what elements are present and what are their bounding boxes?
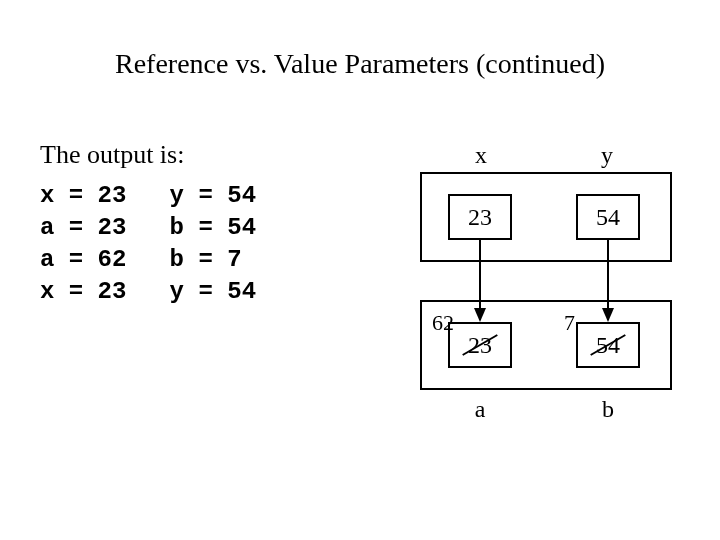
slide-title: Reference vs. Value Parameters (continue… [0,48,720,80]
slide: Reference vs. Value Parameters (continue… [0,0,720,540]
output-line-4: x = 23 y = 54 [40,278,256,305]
program-output-block: x = 23 y = 54 a = 23 b = 54 a = 62 b = 7… [40,180,256,308]
output-line-1: x = 23 y = 54 [40,182,256,209]
output-line-3: a = 62 b = 7 [40,246,242,273]
memory-diagram: x y 23 54 23 54 62 7 a b [400,140,690,430]
output-line-2: a = 23 b = 54 [40,214,256,241]
copy-arrows [400,140,690,430]
output-lead-text: The output is: [40,140,184,170]
